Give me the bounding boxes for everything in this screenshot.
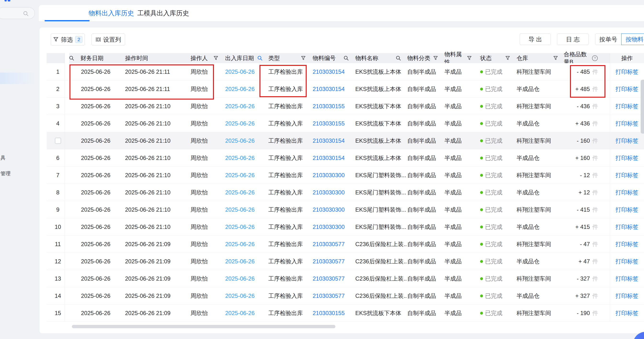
cell-io_date-text[interactable]: 2025-06-26	[225, 189, 255, 196]
cell-io_date-text[interactable]: 2025-06-26	[225, 155, 255, 161]
table-row[interactable]: 82025-06-262025-06-26 21:10周欣怡2025-06-26…	[47, 184, 644, 201]
cell-io_date-text[interactable]: 2025-06-26	[225, 224, 255, 230]
cell-code[interactable]: 2103030300	[312, 167, 354, 184]
cell-action-text[interactable]: 打印标签	[616, 68, 638, 76]
table-row[interactable]: 132025-06-262025-06-26 21:09周欣怡2025-06-2…	[47, 270, 644, 287]
search-icon[interactable]	[257, 55, 262, 61]
cell-io_date[interactable]: 2025-06-26	[224, 167, 268, 184]
cell-io_date-text[interactable]: 2025-06-26	[225, 293, 255, 299]
cell-code-text[interactable]: 2103030577	[313, 241, 344, 248]
filter-icon[interactable]	[301, 56, 306, 60]
sidebar-item-具[interactable]: 具	[0, 152, 36, 164]
cell-io_date[interactable]: 2025-06-26	[224, 287, 268, 304]
cell-code[interactable]: 2103030154	[312, 132, 354, 149]
cell-code-text[interactable]: 2103030300	[313, 189, 344, 196]
cell-action[interactable]: 打印标签	[610, 305, 644, 322]
sidebar-item[interactable]	[0, 120, 36, 132]
cell-action-text[interactable]: 打印标签	[616, 258, 638, 265]
cell-action-text[interactable]: 打印标签	[616, 189, 638, 196]
cell-code[interactable]: 2103030577	[312, 253, 354, 270]
table-row[interactable]: 42025-06-262025-06-26 21:10周欣怡2025-06-26…	[47, 115, 644, 132]
cell-code[interactable]: 2103030577	[312, 287, 354, 304]
sidebar-item[interactable]	[0, 88, 36, 100]
filter-icon[interactable]	[214, 56, 218, 60]
cell-io_date-text[interactable]: 2025-06-26	[225, 206, 255, 213]
cell-action-text[interactable]: 打印标签	[616, 171, 638, 179]
export-button[interactable]: 导 出	[520, 33, 551, 45]
sidebar-item[interactable]	[0, 57, 36, 68]
cell-code-text[interactable]: 2103030154	[313, 68, 344, 75]
cell-code-text[interactable]: 2103030154	[313, 155, 344, 161]
cell-action[interactable]: 打印标签	[610, 184, 644, 201]
cell-action-text[interactable]: 打印标签	[616, 275, 638, 283]
cell-action-text[interactable]: 打印标签	[616, 102, 638, 110]
filter-icon[interactable]	[433, 56, 438, 60]
cell-code-text[interactable]: 2103030577	[313, 293, 344, 299]
cell-action-text[interactable]: 打印标签	[616, 154, 638, 162]
cell-io_date-text[interactable]: 2025-06-26	[225, 120, 255, 127]
table-row[interactable]: 122025-06-262025-06-26 21:09周欣怡2025-06-2…	[47, 253, 644, 270]
search-icon[interactable]	[396, 55, 401, 61]
horizontal-scrollbar-thumb[interactable]	[72, 325, 336, 328]
cell-code-text[interactable]: 2103030577	[313, 275, 344, 282]
filter-icon[interactable]	[505, 56, 510, 60]
cell-io_date[interactable]: 2025-06-26	[224, 98, 268, 115]
cell-action[interactable]: 打印标签	[610, 167, 644, 184]
cell-io_date[interactable]: 2025-06-26	[224, 218, 268, 235]
cell-action[interactable]: 打印标签	[610, 201, 644, 218]
cell-code[interactable]: 2103030155	[312, 98, 354, 115]
filter-icon[interactable]	[467, 56, 472, 60]
cell-action-text[interactable]: 打印标签	[616, 240, 638, 248]
table-row[interactable]: 92025-06-262025-06-26 21:10周欣怡2025-06-26…	[47, 201, 644, 218]
cell-io_date-text[interactable]: 2025-06-26	[225, 310, 255, 317]
table-row[interactable]: 152025-06-262025-06-26 21:09周欣怡2025-06-2…	[47, 305, 644, 322]
cell-io_date-text[interactable]: 2025-06-26	[225, 258, 255, 265]
cell-action[interactable]: 打印标签	[610, 98, 644, 115]
cell-code-text[interactable]: 2103030155	[313, 120, 344, 127]
cell-io_date[interactable]: 2025-06-26	[224, 132, 268, 149]
cell-code[interactable]: 2103030577	[312, 270, 354, 287]
log-button[interactable]: 日 志	[557, 33, 589, 45]
cell-code-text[interactable]: 2103030154	[313, 86, 344, 92]
cell-code[interactable]: 2103030155	[312, 305, 354, 322]
sidebar-item[interactable]	[0, 25, 36, 36]
sidebar-item-管理[interactable]: 管理	[0, 168, 36, 179]
cell-io_date[interactable]: 2025-06-26	[224, 149, 268, 166]
cell-action[interactable]: 打印标签	[610, 80, 644, 97]
table-row[interactable]: 72025-06-262025-06-26 21:10周欣怡2025-06-26…	[47, 167, 644, 184]
cell-io_date-text[interactable]: 2025-06-26	[225, 241, 255, 248]
cell-action[interactable]: 打印标签	[610, 270, 644, 287]
sidebar-search-input[interactable]	[0, 7, 35, 19]
cell-action-text[interactable]: 打印标签	[616, 120, 638, 127]
search-icon[interactable]	[344, 55, 349, 61]
cell-code-text[interactable]: 2103030155	[313, 103, 344, 110]
table-row[interactable]: 142025-06-262025-06-26 21:09周欣怡2025-06-2…	[47, 287, 644, 305]
sidebar-item[interactable]	[0, 104, 36, 116]
cell-io_date-text[interactable]: 2025-06-26	[225, 137, 255, 144]
cell-action[interactable]: 打印标签	[610, 63, 644, 80]
search-icon[interactable]	[69, 55, 74, 61]
filter-button[interactable]: 筛选 2	[51, 33, 85, 45]
cell-code[interactable]: 2103030300	[312, 184, 354, 201]
cell-action[interactable]: 打印标签	[610, 132, 644, 149]
tab-tooling-history[interactable]: 工模具出入库历史	[137, 5, 189, 21]
cell-action[interactable]: 打印标签	[610, 218, 644, 235]
cell-action[interactable]: 打印标签	[610, 149, 644, 166]
table-row[interactable]: 102025-06-262025-06-26 21:10周欣怡2025-06-2…	[47, 218, 644, 236]
by-material-toggle[interactable]: 按物料	[621, 33, 644, 45]
cell-io_date[interactable]: 2025-06-26	[224, 253, 268, 270]
cell-action-text[interactable]: 打印标签	[616, 292, 638, 300]
cell-code-text[interactable]: 2103030300	[313, 224, 344, 230]
cell-action[interactable]: 打印标签	[610, 253, 644, 270]
tab-material-history[interactable]: 物料出入库历史	[89, 5, 134, 21]
cell-io_date-text[interactable]: 2025-06-26	[225, 275, 255, 282]
table-row[interactable]: 32025-06-262025-06-26 21:10周欣怡2025-06-26…	[47, 98, 644, 115]
row-checkbox[interactable]	[55, 138, 61, 144]
by-order-toggle[interactable]: 按单号	[595, 33, 622, 45]
sidebar-item[interactable]	[0, 136, 36, 147]
cell-action[interactable]: 打印标签	[610, 287, 644, 304]
table-row[interactable]: 62025-06-262025-06-26 21:10周欣怡2025-06-26…	[47, 149, 644, 167]
cell-code[interactable]: 2103030154	[312, 80, 354, 97]
cell-code-text[interactable]: 2103030577	[313, 258, 344, 265]
cell-io_date[interactable]: 2025-06-26	[224, 184, 268, 201]
